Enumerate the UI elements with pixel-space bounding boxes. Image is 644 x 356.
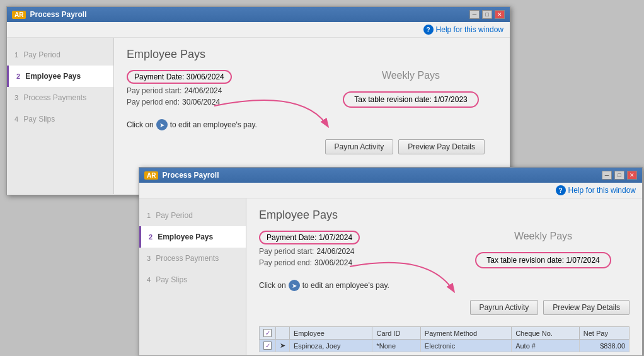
pay-start-value-2: 24/06/2024 (316, 247, 354, 256)
title-bar-left-2: AR Process Payroll (144, 171, 219, 180)
sidebar-label-2-3: Process Payments (156, 254, 219, 263)
maximize-button-2[interactable]: □ (614, 171, 624, 180)
col-employee: Employee (290, 327, 372, 340)
window-body-2: 1 Pay Period 2 Employee Pays 3 Process P… (139, 198, 642, 355)
click-instruction-2: Click on ➤ to edit an employee's pay. (259, 280, 630, 291)
sidebar-label-2-1: Pay Period (156, 211, 193, 220)
col-cheque-no: Cheque No. (512, 327, 580, 340)
pay-info-right-1: Weekly Pays Tax table revision date: 1/0… (325, 70, 497, 109)
table-header-row: Employee Card ID Payment Method Cheque N… (260, 327, 630, 340)
title-bar-left-1: AR Process Payroll (12, 10, 87, 19)
section-title-2: Employee Pays (259, 209, 630, 222)
table-row[interactable]: ➤ Espinoza, Joey *None Electronic Auto #… (260, 340, 630, 352)
payment-date-value-2: 1/07/2024 (319, 233, 352, 242)
help-text-2: Help for this window (568, 186, 636, 195)
bottom-area-2: Payrun Activity Preview Pay Details (259, 300, 630, 323)
sidebar-label-1-1: Pay Period (23, 50, 60, 59)
button-row-1: Payrun Activity Preview Pay Details (127, 139, 497, 154)
sidebar-item-pay-period-1[interactable]: 1 Pay Period (7, 44, 113, 66)
sidebar-item-process-payments-2[interactable]: 3 Process Payments (139, 248, 246, 269)
step-num-2-1: 1 (147, 212, 151, 219)
minimize-button-1[interactable]: ─ (469, 10, 480, 19)
sidebar-label-2-4: Pay Slips (156, 275, 187, 284)
pay-start-label-2: Pay period start: (259, 247, 314, 256)
sidebar-label-2-2: Employee Pays (158, 233, 213, 241)
help-icon-1: ? (423, 25, 434, 35)
sidebar-1: 1 Pay Period 2 Employee Pays 3 Process P… (7, 38, 114, 194)
edit-icon-1: ➤ (156, 119, 168, 130)
sidebar-item-employee-pays-2[interactable]: 2 Employee Pays (139, 226, 246, 248)
row-checkbox[interactable] (260, 340, 276, 352)
row-cheque-no: Auto # (512, 340, 580, 352)
button-row-2: Payrun Activity Preview Pay Details (470, 300, 630, 315)
sidebar-item-pay-period-2[interactable]: 1 Pay Period (139, 205, 246, 226)
window-2: AR Process Payroll ─ □ ✕ ? Help for this… (139, 167, 643, 356)
pay-end-row-1: Pay period end: 30/06/2024 (127, 98, 299, 106)
help-link-2[interactable]: ? Help for this window (556, 185, 636, 195)
tax-table-highlight-1: Tax table revision date: 1/07/2023 (343, 91, 478, 108)
col-payment-method: Payment Method (420, 327, 511, 340)
payment-date-highlight-2: Payment Date: 1/07/2024 (259, 231, 360, 244)
help-bar-1: ? Help for this window (7, 22, 510, 38)
help-icon-2: ? (556, 185, 566, 195)
ar-badge-2: AR (144, 171, 158, 180)
step-num-1-1: 1 (14, 51, 18, 59)
maximize-button-1[interactable]: □ (482, 10, 492, 19)
window-title-1: Process Payroll (30, 10, 86, 19)
payrun-activity-button-2[interactable]: Payrun Activity (470, 300, 539, 315)
row-checkbox-icon[interactable] (263, 342, 272, 350)
col-arrow (276, 327, 290, 340)
pay-info-grid-1: Payment Date: 30/06/2024 Pay period star… (127, 70, 497, 109)
step-num-2-3: 3 (147, 255, 151, 262)
step-num-2-4: 4 (147, 276, 151, 284)
payment-date-label-2: Payment Date: (267, 233, 316, 242)
sidebar-label-1-4: Pay Slips (23, 115, 55, 123)
minimize-button-2[interactable]: ─ (602, 171, 612, 180)
tax-table-label-1: Tax table revision date: (354, 95, 432, 104)
header-checkbox[interactable] (263, 329, 272, 337)
title-controls-1: ─ □ ✕ (469, 10, 505, 19)
col-net-pay: Net Pay (579, 327, 629, 340)
pay-info-right-2: Weekly Pays Tax table revision date: 1/0… (457, 231, 630, 270)
step-num-1-3: 3 (14, 94, 18, 101)
row-arrow-icon: ➤ (276, 340, 290, 352)
row-employee: Espinoza, Joey (290, 340, 372, 352)
tax-table-value-2: 1/07/2024 (566, 256, 599, 265)
sidebar-2: 1 Pay Period 2 Employee Pays 3 Process P… (139, 198, 246, 355)
pay-start-label-1: Pay period start: (127, 86, 181, 95)
click-text-4: to edit an employee's pay. (302, 281, 389, 290)
help-bar-2: ? Help for this window (139, 183, 642, 198)
col-card-id: Card ID (372, 327, 420, 340)
pay-info-left-2: Payment Date: 1/07/2024 Pay period start… (259, 231, 432, 270)
close-button-2[interactable]: ✕ (627, 171, 637, 180)
table-header: Employee Card ID Payment Method Cheque N… (260, 327, 630, 340)
pay-end-value-1: 30/06/2024 (182, 98, 220, 106)
click-text-3: Click on (259, 281, 286, 290)
pay-end-value-2: 30/06/2024 (314, 258, 352, 267)
sidebar-item-pay-slips-1[interactable]: 4 Pay Slips (7, 108, 113, 130)
close-button-1[interactable]: ✕ (495, 10, 505, 19)
step-num-1-2: 2 (16, 72, 20, 80)
pay-end-row-2: Pay period end: 30/06/2024 (259, 258, 432, 267)
table-body: ➤ Espinoza, Joey *None Electronic Auto #… (260, 340, 630, 352)
sidebar-item-process-payments-1[interactable]: 3 Process Payments (7, 87, 113, 108)
preview-pay-details-button-1[interactable]: Preview Pay Details (398, 139, 485, 154)
title-controls-2: ─ □ ✕ (602, 171, 637, 180)
main-content-2: Employee Pays Payment Date: 1/07/2024 Pa… (246, 198, 642, 355)
preview-pay-details-button-2[interactable]: Preview Pay Details (543, 300, 630, 315)
pay-start-row-2: Pay period start: 24/06/2024 (259, 247, 432, 256)
click-instruction-1: Click on ➤ to edit an employee's pay. (127, 119, 497, 130)
click-text-2: to edit an employee's pay. (170, 120, 257, 129)
window-title-2: Process Payroll (162, 171, 219, 180)
payment-date-value-1: 30/06/2024 (187, 72, 224, 81)
payment-date-highlight-1: Payment Date: 30/06/2024 (127, 70, 232, 84)
sidebar-item-employee-pays-1[interactable]: 2 Employee Pays (7, 66, 113, 87)
weekly-pays-title-2: Weekly Pays (457, 231, 630, 242)
payrun-activity-button-1[interactable]: Payrun Activity (325, 139, 394, 154)
help-text-1: Help for this window (436, 25, 503, 34)
sidebar-item-pay-slips-2[interactable]: 4 Pay Slips (139, 269, 246, 290)
edit-icon-2: ➤ (289, 280, 300, 291)
help-link-1[interactable]: ? Help for this window (423, 25, 503, 35)
pay-end-label-2: Pay period end: (259, 258, 312, 267)
section-title-1: Employee Pays (127, 48, 497, 61)
